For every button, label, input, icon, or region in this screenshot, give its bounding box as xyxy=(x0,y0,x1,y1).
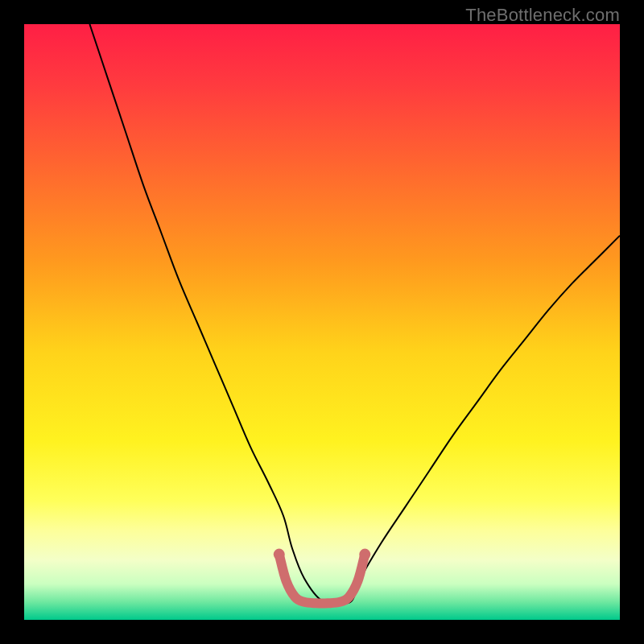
plot-area xyxy=(24,24,620,620)
curve-layer xyxy=(24,24,620,620)
bottleneck-curve xyxy=(89,24,620,603)
valley-highlight xyxy=(279,555,365,604)
chart-frame: TheBottleneck.com xyxy=(0,0,644,644)
watermark-text: TheBottleneck.com xyxy=(465,5,620,26)
valley-marker-left xyxy=(274,549,285,560)
valley-marker-right xyxy=(359,549,370,560)
